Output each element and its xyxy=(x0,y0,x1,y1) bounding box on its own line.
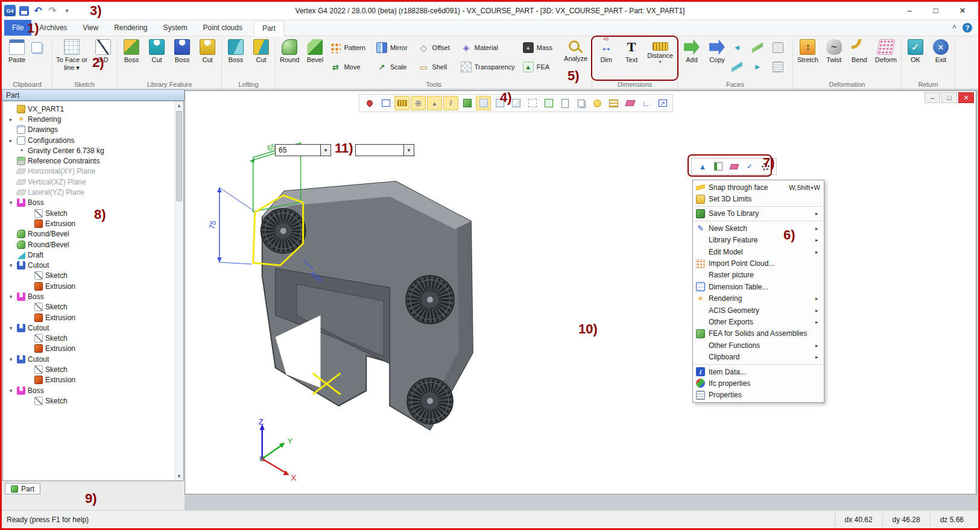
save-icon[interactable] xyxy=(19,6,29,16)
menu-item[interactable]: Part xyxy=(254,21,284,36)
viewport-tool-button[interactable] xyxy=(525,96,540,110)
tree-item[interactable]: Sketch xyxy=(3,302,183,312)
context-tool-button[interactable] xyxy=(712,160,724,172)
chevron-down-icon[interactable] xyxy=(403,145,414,156)
viewport-restore-button[interactable]: □ xyxy=(941,92,957,103)
context-menu-item[interactable]: Other Functions ▸ xyxy=(693,339,824,351)
tree-expander-icon[interactable]: ▾ xyxy=(7,356,14,362)
tree-item[interactable]: Drawings xyxy=(3,125,183,135)
ribbon-button[interactable]: Stretch xyxy=(795,38,821,77)
ribbon-button[interactable] xyxy=(730,57,750,77)
ribbon-button[interactable]: Dim xyxy=(594,38,618,77)
tree-item[interactable]: Gravity Center 6.738 kg xyxy=(3,145,183,156)
tree-item[interactable]: ▾ Boss xyxy=(3,198,183,208)
tree-expander-icon[interactable]: ▾ xyxy=(7,294,14,300)
ribbon-button[interactable]: FEA xyxy=(521,57,560,77)
ribbon-button[interactable]: Cut xyxy=(195,38,220,77)
dimension-value-combo[interactable]: 65 xyxy=(275,144,331,156)
ribbon-button[interactable]: Scale xyxy=(375,57,416,77)
context-menu-item[interactable]: Library Feature ▸ xyxy=(693,235,824,246)
ribbon-button[interactable]: Text xyxy=(619,38,643,77)
context-menu-item[interactable]: Import Point Cloud... xyxy=(693,257,824,269)
minimize-button[interactable]: – xyxy=(896,2,923,19)
tree-item[interactable]: ▾ Boss xyxy=(3,385,183,396)
maximize-button[interactable]: □ xyxy=(923,2,949,19)
tree-item[interactable]: ▸ Rendering xyxy=(3,114,183,124)
context-menu-item[interactable]: Ifc properties xyxy=(693,377,824,389)
ribbon-button[interactable]: Paste xyxy=(5,38,29,77)
tree-item[interactable]: Sketch xyxy=(3,333,183,344)
viewport-tool-button[interactable] xyxy=(639,96,654,110)
viewport-tool-button[interactable] xyxy=(427,96,442,110)
context-menu-item[interactable]: FEA for Solids and Assemblies xyxy=(693,328,824,339)
ribbon-button[interactable]: Analyze xyxy=(561,38,590,77)
ribbon-button[interactable]: Round xyxy=(277,38,302,77)
scrollbar-thumb[interactable] xyxy=(176,111,182,201)
ribbon-button[interactable]: Cut xyxy=(145,38,169,77)
tree-item[interactable]: ▾ Cutout xyxy=(3,354,183,364)
viewport-tool-button[interactable] xyxy=(476,96,491,110)
viewport-3d[interactable]: – □ ✕ xyxy=(185,90,976,494)
ribbon-button[interactable]: Mirror xyxy=(375,38,416,57)
ribbon-button[interactable] xyxy=(730,38,750,57)
menu-item[interactable]: System xyxy=(156,20,195,36)
tree-item[interactable]: Lateral(YZ) Plane xyxy=(3,187,183,197)
tree-item[interactable]: VX_PART1 xyxy=(3,104,183,114)
tree-scrollbar[interactable]: ▲ ▼ xyxy=(174,101,183,481)
ribbon-button[interactable]: Shell xyxy=(417,57,458,77)
toolbar-options-icon[interactable] xyxy=(62,5,72,16)
ribbon-button[interactable] xyxy=(771,57,791,77)
context-menu-item[interactable]: Rendering ▸ xyxy=(693,293,824,304)
tree-item[interactable]: ▸ Configurations xyxy=(3,135,183,145)
panel-bottom-tab[interactable]: Part xyxy=(5,483,40,494)
viewport-tool-button[interactable] xyxy=(508,96,523,110)
ribbon-button[interactable]: Boss xyxy=(170,38,194,77)
context-menu-item[interactable]: New Sketch ▸ xyxy=(693,222,824,234)
menu-item[interactable]: Rendering xyxy=(106,20,155,36)
undo-icon[interactable] xyxy=(33,5,43,16)
ribbon-button[interactable]: Copy xyxy=(705,38,729,77)
ribbon-button[interactable] xyxy=(771,38,791,57)
ribbon-button[interactable]: Boss xyxy=(224,38,248,77)
viewport-tool-button[interactable] xyxy=(606,96,621,110)
tree-item[interactable]: Extrusion xyxy=(3,218,183,229)
ribbon-button[interactable]: OK xyxy=(903,38,928,77)
menu-item[interactable]: Point clouds xyxy=(195,20,250,36)
context-menu-item[interactable]: Raster picture xyxy=(693,270,824,281)
viewport-tool-button[interactable] xyxy=(590,96,605,110)
context-menu-item[interactable]: Clipboard ▸ xyxy=(693,351,824,362)
viewport-tool-button[interactable] xyxy=(362,96,377,110)
tree-item[interactable]: Vertical(XZ) Plane xyxy=(3,177,183,187)
tree-item[interactable]: Extrusion xyxy=(3,312,183,323)
tree-item[interactable]: Sketch xyxy=(3,364,183,374)
tree-expander-icon[interactable]: ▾ xyxy=(7,388,14,394)
context-menu-item[interactable]: Dimension Table... xyxy=(693,281,824,292)
menu-item[interactable]: View xyxy=(75,20,106,36)
context-menu-item[interactable]: Snap through face W,Shift+W xyxy=(693,181,824,193)
tree-item[interactable]: Sketch xyxy=(3,396,183,406)
chevron-down-icon[interactable] xyxy=(320,145,330,156)
viewport-tool-button[interactable] xyxy=(655,96,670,110)
ribbon-button[interactable]: Exit xyxy=(929,38,953,77)
ribbon-button[interactable]: Move xyxy=(328,57,373,77)
ribbon-button[interactable]: To Face or line ▾ xyxy=(54,38,90,77)
gear-feature-bottom[interactable] xyxy=(407,378,453,424)
scroll-up-icon[interactable]: ▲ xyxy=(175,101,183,110)
context-menu-item[interactable]: Properties xyxy=(693,390,824,401)
help-icon[interactable]: ? xyxy=(963,23,972,33)
tree-expander-icon[interactable]: ▾ xyxy=(7,325,14,331)
context-tool-button[interactable] xyxy=(697,160,709,172)
ribbon-button[interactable] xyxy=(30,38,49,57)
ribbon-button[interactable]: Bend xyxy=(847,38,871,77)
tree-item[interactable]: Round/Bevel xyxy=(3,239,183,250)
menu-item[interactable]: File xyxy=(4,20,31,36)
tree-item[interactable]: ▾ Cutout xyxy=(3,260,183,270)
context-tool-button[interactable] xyxy=(728,160,740,172)
viewport-tool-button[interactable] xyxy=(622,96,637,110)
tree-expander-icon[interactable]: ▸ xyxy=(7,137,14,144)
context-tool-button[interactable] xyxy=(744,160,756,172)
ribbon-button[interactable]: Material xyxy=(459,38,520,57)
menu-item[interactable]: Archives xyxy=(31,20,75,36)
context-menu-item[interactable]: Edit Model ▸ xyxy=(693,246,824,257)
dimension-75[interactable]: 75 xyxy=(207,188,253,264)
